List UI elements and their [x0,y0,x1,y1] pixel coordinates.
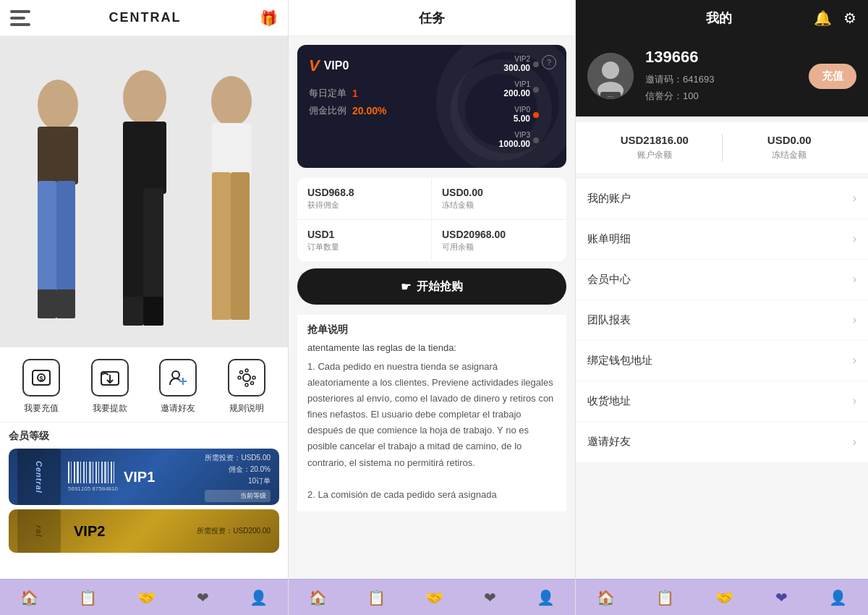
balance-account-amount: USD21816.00 [621,134,689,146]
svg-rect-10 [143,188,163,311]
vip1-orders: 10订单 [205,475,271,487]
stat-available-amount: USD20968.00 [442,229,556,240]
invite-label: 邀请码： [645,74,683,85]
stats-grid: USD968.8 获得佣金 USD0.00 冻结金额 USD1 订单数量 USD… [297,178,566,261]
menu-member-label: 会员中心 [587,273,853,287]
stat-available: USD20968.00 可用余额 [432,220,566,261]
svg-rect-9 [123,188,143,311]
mid-nav-handshake[interactable]: 🤝 [425,589,443,606]
vip2-card[interactable]: ral VIP2 所需投资：USD200.00 [9,509,279,553]
mid-header: 任务 [289,0,575,36]
profile-username: 139666 [645,48,797,67]
credit-label: 信誉分： [645,90,683,101]
left-nav-profile[interactable]: 👤 [250,589,268,606]
vip-daily-val: 1 [352,88,358,99]
right-nav-list[interactable]: 📋 [656,589,674,606]
vip1-details: 所需投资：USD5.00 佣金：20.0% 10订单 当前等级 [205,452,271,502]
left-bottom-nav: 🏠 📋 🤝 ❤ 👤 [0,579,288,615]
left-nav-heart[interactable]: ❤ [197,589,209,606]
menu-team-label: 团队报表 [587,313,853,327]
mid-content: V VIP0 每日定单 1 佣金比例 20.00% VIP2300.00 [289,36,575,579]
menu-member-center[interactable]: 会员中心 › [576,260,868,300]
mid-nav-home[interactable]: 🏠 [309,589,327,606]
balance-frozen-label: 冻结金额 [772,149,807,161]
right-nav-home[interactable]: 🏠 [597,589,615,606]
left-nav-handshake[interactable]: 🤝 [137,589,156,606]
menu-list: 我的账户 › 账单明细 › 会员中心 › 团队报表 › 绑定钱包地址 › 收货地… [576,179,868,462]
action-withdraw-label: 我要提款 [93,402,127,415]
menu-icon[interactable] [10,10,30,26]
settings-icon[interactable]: ⚙ [843,9,856,27]
action-withdraw[interactable]: 我要提款 [91,359,129,415]
svg-point-30 [245,383,248,386]
bell-icon[interactable]: 🔔 [814,9,832,27]
grab-button[interactable]: ☛ 开始抢购 [297,268,566,305]
svg-point-34 [250,382,253,385]
mid-bottom-nav: 🏠 📋 🤝 ❤ 👤 [289,579,575,615]
mid-nav-list[interactable]: 📋 [367,589,386,606]
vip-commission-val: 20.00% [352,105,386,116]
svg-point-1 [38,80,78,130]
svg-point-31 [238,376,241,379]
stat-commission-label: 获得佣金 [307,200,421,211]
right-nav-heart[interactable]: ❤ [775,589,788,606]
menu-team-report[interactable]: 团队报表 › [576,300,868,341]
grab-button-icon: ☛ [401,280,411,294]
vip1-card[interactable]: Central 5691105 87584810 VIP1 所需投资：USD5.… [9,449,279,505]
vip1-barcode: 5691105 87584810 [68,485,118,492]
action-rules-label: 规则说明 [229,402,264,415]
mid-nav-profile[interactable]: 👤 [537,589,555,606]
vip1-invest: 所需投资：USD5.00 [205,452,271,464]
menu-bind-wallet[interactable]: 绑定钱包地址 › [576,341,868,381]
mid-nav-heart[interactable]: ❤ [484,589,496,606]
stat-commission: USD968.8 获得佣金 [297,178,432,220]
menu-my-account-label: 我的账户 [587,192,853,205]
menu-invite-label: 邀请好友 [587,435,853,449]
vip-commission-label: 佣金比例 [309,104,346,117]
gift-icon[interactable]: 🎁 [260,9,278,27]
right-nav-handshake[interactable]: 🤝 [715,589,733,606]
svg-point-29 [245,369,248,372]
chevron-icon-6: › [853,436,856,449]
hero-image [0,36,288,347]
menu-my-account[interactable]: 我的账户 › [576,179,868,219]
grab-info-subtitle: atentamente las reglas de la tienda: [307,342,556,353]
mid-title: 任务 [419,9,445,27]
right-nav-profile[interactable]: 👤 [829,589,847,606]
action-rules[interactable]: 规则说明 [228,359,265,415]
svg-point-24 [172,371,179,378]
right-header-icons: 🔔 ⚙ [814,9,856,27]
svg-rect-3 [38,181,56,297]
menu-invite-friends[interactable]: 邀请好友 › [576,422,868,462]
credit-value: 100 [683,90,699,101]
grab-button-label: 开始抢购 [417,279,463,294]
recharge-icon: $ [22,359,60,396]
stat-orders-label: 订单数量 [307,242,421,253]
menu-bill-detail[interactable]: 账单明细 › [576,219,868,260]
svg-point-28 [243,374,250,381]
vip-help-btn[interactable]: ? [542,55,556,69]
right-bottom-nav: 🏠 📋 🤝 ❤ 👤 [576,579,868,615]
left-nav-list[interactable]: 📋 [79,589,97,606]
vip1-brand: Central [17,449,61,505]
action-recharge[interactable]: $ 我要充值 [22,359,60,415]
recharge-button[interactable]: 充值 [809,64,856,89]
panel-mid: 任务 V VIP0 每日定单 1 佣金比例 20.00% [288,0,576,615]
vip2-brand: ral [17,509,61,553]
svg-rect-4 [56,181,75,297]
svg-point-33 [239,371,242,374]
svg-rect-6 [56,289,75,318]
svg-point-7 [123,70,166,125]
svg-point-32 [252,376,255,379]
stat-available-label: 可用余额 [442,242,556,253]
panel-right: 我的 🔔 ⚙ — 139666 邀请码：641693 信誉分 [576,0,868,615]
action-invite[interactable]: 邀请好友 [159,359,197,415]
menu-address-label: 收货地址 [587,394,853,408]
stat-orders: USD1 订单数量 [297,220,432,261]
vip-logo-text: VIP0 [324,59,349,72]
menu-bill-label: 账单明细 [587,232,853,246]
menu-delivery-address[interactable]: 收货地址 › [576,381,868,422]
invite-code: 641693 [683,74,714,85]
left-nav-home[interactable]: 🏠 [20,589,38,606]
vip1-commission: 佣金：20.0% [205,464,271,475]
